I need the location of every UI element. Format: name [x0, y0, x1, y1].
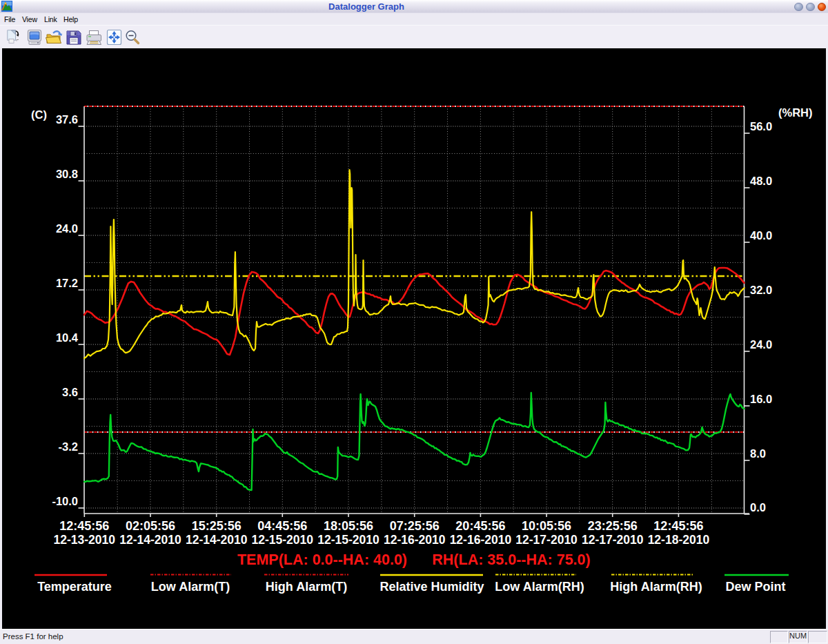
- svg-text:12:45:56: 12:45:56: [59, 519, 109, 533]
- svg-text:12-17-2010: 12-17-2010: [582, 533, 644, 547]
- svg-text:20:45:56: 20:45:56: [455, 519, 505, 533]
- svg-text:High Alarm(RH): High Alarm(RH): [610, 580, 702, 594]
- svg-text:02:05:56: 02:05:56: [126, 519, 175, 533]
- svg-text:16.0: 16.0: [750, 393, 772, 405]
- svg-text:12-14-2010: 12-14-2010: [119, 533, 181, 547]
- svg-text:12-13-2010: 12-13-2010: [54, 533, 116, 547]
- svg-text:04:45:56: 04:45:56: [257, 519, 307, 533]
- svg-text:23:25:56: 23:25:56: [588, 519, 638, 533]
- svg-text:-10.0: -10.0: [52, 495, 78, 507]
- svg-text:15:25:56: 15:25:56: [192, 519, 241, 533]
- svg-text:12-14-2010: 12-14-2010: [186, 533, 248, 547]
- svg-text:24.0: 24.0: [750, 338, 772, 351]
- svg-text:40.0: 40.0: [750, 229, 772, 242]
- svg-text:Relative Humidity: Relative Humidity: [379, 580, 484, 594]
- svg-text:24.0: 24.0: [56, 222, 78, 235]
- svg-text:12-17-2010: 12-17-2010: [515, 533, 578, 547]
- svg-text:12-16-2010: 12-16-2010: [450, 533, 512, 547]
- svg-text:56.0: 56.0: [750, 120, 772, 133]
- svg-text:18:05:56: 18:05:56: [324, 519, 373, 533]
- svg-text:RH(LA: 35.0--HA: 75.0): RH(LA: 35.0--HA: 75.0): [432, 552, 590, 568]
- svg-text:10.4: 10.4: [56, 331, 79, 344]
- svg-text:12-15-2010: 12-15-2010: [317, 533, 379, 547]
- svg-text:30.8: 30.8: [56, 168, 78, 180]
- svg-text:Low Alarm(RH): Low Alarm(RH): [495, 580, 584, 594]
- svg-text:(C): (C): [31, 108, 47, 121]
- svg-text:12-18-2010: 12-18-2010: [648, 533, 710, 547]
- svg-text:-3.2: -3.2: [59, 440, 78, 453]
- svg-text:0.0: 0.0: [750, 501, 766, 514]
- svg-text:48.0: 48.0: [750, 175, 772, 187]
- svg-text:12:45:56: 12:45:56: [653, 519, 703, 533]
- svg-text:TEMP(LA: 0.0--HA: 40.0): TEMP(LA: 0.0--HA: 40.0): [237, 552, 407, 568]
- svg-text:07:25:56: 07:25:56: [390, 519, 440, 533]
- svg-text:8.0: 8.0: [750, 447, 766, 460]
- svg-text:High Alarm(T): High Alarm(T): [266, 580, 347, 594]
- svg-text:12-15-2010: 12-15-2010: [252, 533, 314, 547]
- svg-text:17.2: 17.2: [56, 277, 78, 289]
- svg-text:37.6: 37.6: [56, 113, 78, 126]
- svg-text:Low Alarm(T): Low Alarm(T): [151, 580, 230, 594]
- svg-text:12-16-2010: 12-16-2010: [384, 533, 446, 547]
- svg-text:(%RH): (%RH): [778, 106, 813, 119]
- svg-text:3.6: 3.6: [62, 386, 78, 398]
- svg-text:10:05:56: 10:05:56: [522, 519, 571, 533]
- svg-text:Temperature: Temperature: [37, 580, 112, 594]
- svg-text:Dew Point: Dew Point: [725, 580, 785, 594]
- svg-text:32.0: 32.0: [750, 284, 772, 296]
